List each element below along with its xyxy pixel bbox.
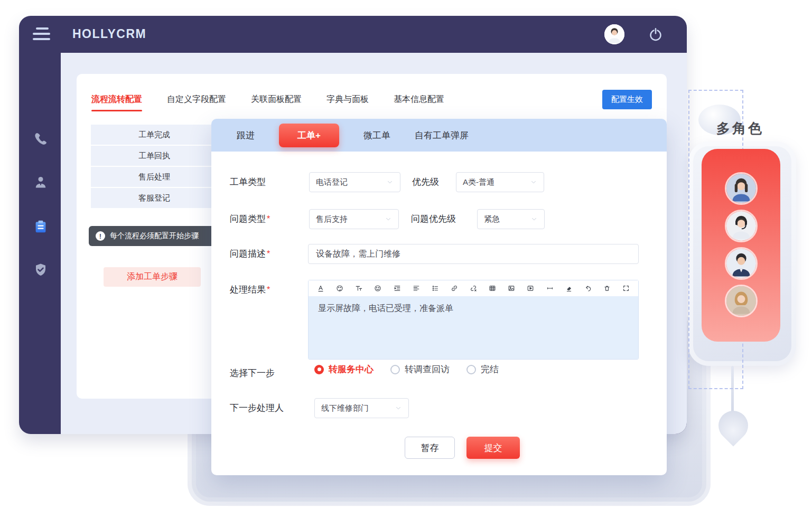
workorder-modal: 跟进工单+微工单自有工单弹屏 工单类型 电话登记 优先级 A类-普通 问题类型*… xyxy=(211,119,667,475)
config-tab-0[interactable]: 流程流转配置 xyxy=(91,94,142,105)
contact-icon xyxy=(33,174,49,190)
exclamation-icon: ! xyxy=(96,231,105,241)
video-icon[interactable] xyxy=(526,284,535,293)
sidebar-item-workorder[interactable] xyxy=(33,219,49,234)
chevron-down-icon xyxy=(385,215,392,223)
submit-button[interactable]: 提交 xyxy=(466,437,520,459)
rich-text-editor: 显示屏故障，电话已受理，准备派单 xyxy=(308,280,639,360)
issue-priority-select[interactable]: 紧急 xyxy=(477,209,545,229)
indent-icon[interactable] xyxy=(393,284,402,293)
align-icon[interactable] xyxy=(412,284,421,293)
sidebar-item-contact[interactable] xyxy=(33,174,49,190)
issue-desc-input[interactable]: 设备故障，需上门维修 xyxy=(308,244,639,264)
add-step-button[interactable]: 添加工单步骤 xyxy=(104,267,201,287)
next-step-label: 选择下一步 xyxy=(230,363,275,383)
delete-icon[interactable] xyxy=(603,284,611,293)
female-agent2-avatar xyxy=(725,285,758,317)
male-agent-avatar xyxy=(725,247,758,280)
next-handler-label: 下一步处理人 xyxy=(230,398,284,418)
next-step-radio-group: 转服务中心转调查回访完结 xyxy=(314,363,499,375)
modal-tab-1[interactable]: 工单+ xyxy=(279,124,339,147)
radio-icon xyxy=(390,365,400,374)
step-list-item[interactable]: 售后处理 xyxy=(91,167,218,187)
modal-tab-3[interactable]: 自有工单弹屏 xyxy=(415,129,469,142)
sidebar xyxy=(19,53,61,434)
issue-priority-label: 问题优先级 xyxy=(411,209,456,229)
next-step-option-2[interactable]: 完结 xyxy=(466,363,499,375)
agent-avatar-panel xyxy=(702,149,780,342)
font-style-icon[interactable] xyxy=(316,284,325,293)
sidebar-item-security[interactable] xyxy=(33,262,49,278)
modal-tab-2[interactable]: 微工单 xyxy=(363,129,390,142)
app-header: HOLLYCRM xyxy=(19,16,687,53)
modal-tab-0[interactable]: 跟进 xyxy=(237,129,255,142)
color-palette-icon[interactable] xyxy=(335,284,344,293)
cloud-icon xyxy=(698,105,741,135)
notice-text: 每个流程必须配置开始步骤 xyxy=(110,231,199,241)
power-icon[interactable] xyxy=(648,26,664,42)
next-step-option-1[interactable]: 转调查回访 xyxy=(390,363,450,375)
issue-type-select[interactable]: 售后支持 xyxy=(309,209,399,229)
chevron-down-icon xyxy=(530,178,537,186)
step-list-item[interactable]: 工单完成 xyxy=(91,125,218,145)
fullscreen-icon[interactable] xyxy=(622,284,630,293)
priority-select[interactable]: A类-普通 xyxy=(456,172,544,192)
emoji-icon[interactable] xyxy=(374,284,382,293)
issue-type-label: 问题类型* xyxy=(230,209,270,229)
editor-toolbar xyxy=(309,280,638,296)
config-tab-3[interactable]: 字典与面板 xyxy=(326,94,369,105)
step-list-item[interactable]: 客服登记 xyxy=(91,188,218,208)
user-photo-image xyxy=(604,24,624,44)
config-tab-4[interactable]: 基本信息配置 xyxy=(394,94,444,105)
text-size-icon[interactable] xyxy=(354,284,363,293)
result-label: 处理结果* xyxy=(230,280,270,300)
editor-textarea[interactable]: 显示屏故障，电话已受理，准备派单 xyxy=(309,296,638,359)
step-list-item[interactable]: 工单回执 xyxy=(91,146,218,166)
droplet-icon xyxy=(712,404,754,446)
issue-desc-label: 问题描述* xyxy=(230,244,270,264)
order-type-select[interactable]: 电话登记 xyxy=(309,172,400,192)
brand-logo: HOLLYCRM xyxy=(72,27,146,41)
radio-icon xyxy=(466,365,476,374)
unlink-icon[interactable] xyxy=(469,284,478,293)
eraser-icon[interactable] xyxy=(565,284,573,293)
save-draft-button[interactable]: 暂存 xyxy=(405,437,455,459)
config-tab-1[interactable]: 自定义字段配置 xyxy=(167,94,226,105)
security-icon xyxy=(33,262,49,278)
headset-agent-avatar xyxy=(725,210,758,242)
workflow-step-list: 工单完成工单回执售后处理客服登记 xyxy=(91,125,218,209)
config-tab-bar: 流程流转配置自定义字段配置关联面板配置字典与面板基本信息配置配置生效 xyxy=(77,74,667,109)
radio-icon xyxy=(314,365,324,374)
config-tab-2[interactable]: 关联面板配置 xyxy=(251,94,302,105)
divider-icon[interactable] xyxy=(546,284,554,293)
priority-label: 优先级 xyxy=(412,172,439,192)
undo-icon[interactable] xyxy=(584,284,592,293)
next-step-option-0[interactable]: 转服务中心 xyxy=(314,363,374,375)
apply-config-button[interactable]: 配置生效 xyxy=(602,90,652,109)
chevron-down-icon xyxy=(386,178,394,186)
link-icon[interactable] xyxy=(450,284,459,293)
menu-icon[interactable] xyxy=(33,27,51,41)
sidebar-item-phone[interactable] xyxy=(33,131,49,147)
multi-role-label: 多角色 xyxy=(716,119,764,138)
workorder-icon xyxy=(33,219,49,234)
user-photo-avatar[interactable] xyxy=(604,24,624,44)
modal-tab-bar: 跟进工单+微工单自有工单弹屏 xyxy=(211,119,667,152)
chevron-down-icon xyxy=(530,215,538,223)
ordered-list-icon[interactable] xyxy=(431,284,440,293)
female-agent-avatar xyxy=(725,172,758,205)
table-icon[interactable] xyxy=(488,284,497,293)
droplet-stream xyxy=(731,366,734,416)
order-type-label: 工单类型 xyxy=(230,172,266,192)
screenshot-canvas: HOLLYCRM 流程流转配置自定义字段配置关联面板配置字典与面板基本信息配置配… xyxy=(0,0,812,509)
image-icon[interactable] xyxy=(507,284,516,293)
phone-icon xyxy=(33,131,49,147)
chevron-down-icon xyxy=(395,404,402,412)
next-handler-select[interactable]: 线下维修部门 xyxy=(314,398,409,418)
